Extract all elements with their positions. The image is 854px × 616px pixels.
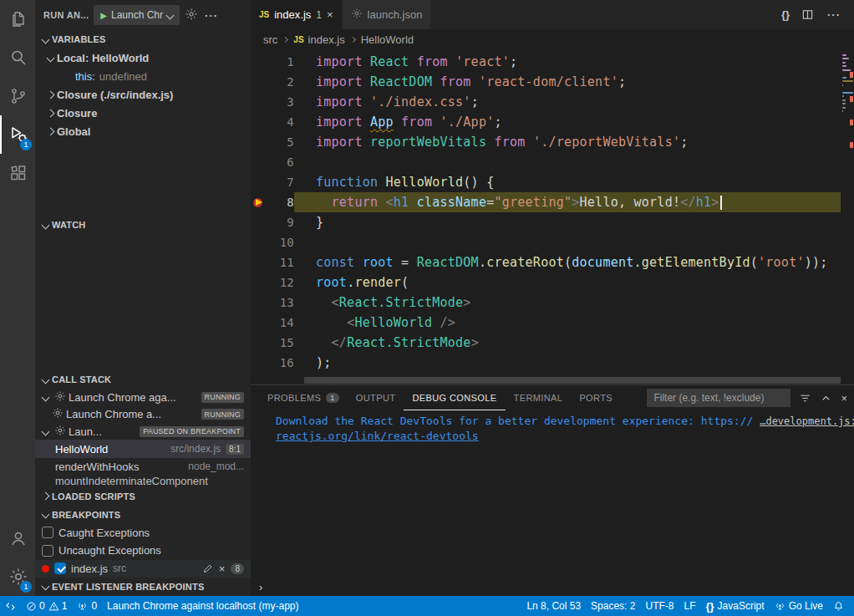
horizontal-scrollbar[interactable] xyxy=(251,376,854,384)
variables-scope-local[interactable]: Local: HelloWorld xyxy=(35,48,251,67)
search-icon[interactable] xyxy=(0,38,35,77)
braces-action-icon[interactable]: {} xyxy=(781,8,790,21)
code-line[interactable]: 14 <HelloWorld /> xyxy=(251,313,841,333)
checkbox-unchecked[interactable] xyxy=(42,527,53,538)
breakpoint-gutter[interactable] xyxy=(251,152,267,172)
breakpoint-gutter[interactable] xyxy=(251,72,267,92)
code-line[interactable]: 2import ReactDOM from 'react-dom/client'… xyxy=(251,72,841,92)
debug-current-line-arrow-icon[interactable] xyxy=(251,192,267,212)
watch-section-header[interactable]: WATCH xyxy=(35,216,251,234)
breakpoint-gutter[interactable] xyxy=(251,212,267,232)
breakpoint-gutter[interactable] xyxy=(251,313,267,333)
code-line[interactable]: 6 xyxy=(251,152,841,172)
notifications-bell[interactable] xyxy=(828,596,849,616)
close-tab-icon[interactable]: × xyxy=(327,8,333,21)
checkbox-checked[interactable] xyxy=(54,563,66,574)
code-line[interactable]: 11const root = ReactDOM.createRoot(docum… xyxy=(251,252,841,272)
variables-scope-closure-local[interactable]: Closure (./src/index.js) xyxy=(35,85,251,104)
breakpoint-gutter[interactable] xyxy=(251,252,267,272)
console-filter-input[interactable] xyxy=(647,389,790,407)
breakpoint-gutter[interactable] xyxy=(251,172,267,192)
variables-section-header[interactable]: VARIABLES xyxy=(35,30,251,48)
split-editor-icon[interactable] xyxy=(801,8,814,21)
language-mode[interactable]: {} JavaScript xyxy=(700,596,769,616)
settings-gear-icon[interactable]: 1 xyxy=(0,557,35,596)
breakpoint-gutter[interactable] xyxy=(251,272,267,293)
tab-terminal[interactable]: TERMINAL xyxy=(506,385,572,410)
code-line[interactable]: 16); xyxy=(251,353,841,373)
checkbox-unchecked[interactable] xyxy=(42,545,53,557)
launch-config-dropdown[interactable]: ▶ Launch Chr xyxy=(94,5,180,25)
loaded-scripts-section-header[interactable]: LOADED SCRIPTS xyxy=(35,487,251,506)
breakpoint-gutter[interactable] xyxy=(251,112,267,132)
breakpoint-uncaught-exceptions[interactable]: Uncaught Exceptions xyxy=(35,542,251,559)
edit-breakpoint-pencil-icon[interactable] xyxy=(202,563,213,574)
tab-index-js[interactable]: JS index.js 1 × xyxy=(251,0,343,29)
maximize-panel-chevron-up-icon[interactable] xyxy=(820,392,832,405)
breakpoint-gutter[interactable] xyxy=(251,232,267,252)
breadcrumb-file[interactable]: index.js xyxy=(308,33,345,46)
event-listener-breakpoints-section-header[interactable]: EVENT LISTENER BREAKPOINTS xyxy=(35,578,251,596)
go-live-button[interactable]: Go Live xyxy=(770,596,828,616)
extensions-icon[interactable] xyxy=(0,154,35,192)
code-line[interactable]: 3import './index.css'; xyxy=(251,92,841,112)
breakpoint-gutter[interactable] xyxy=(251,52,267,72)
source-control-icon[interactable] xyxy=(0,77,35,115)
close-panel-icon[interactable]: × xyxy=(841,392,847,405)
call-stack-section-header[interactable]: CALL STACK xyxy=(35,370,251,389)
tab-debug-console[interactable]: DEBUG CONSOLE xyxy=(404,385,505,410)
code-line[interactable]: 15 </React.StrictMode> xyxy=(251,333,841,353)
breakpoint-gutter[interactable] xyxy=(251,132,267,152)
stack-frame-row[interactable]: mountIndeterminateComponent xyxy=(35,476,251,487)
account-icon[interactable] xyxy=(0,519,35,557)
remote-indicator[interactable] xyxy=(0,596,21,616)
code-editor[interactable]: 1import React from 'react';2import React… xyxy=(251,50,854,384)
code-line[interactable]: 10 xyxy=(251,232,841,252)
code-line[interactable]: 7function HelloWorld() { xyxy=(251,172,841,192)
stack-frame-row[interactable]: HelloWorld src/index.js 8:1 xyxy=(35,440,251,457)
variables-scope-closure[interactable]: Closure xyxy=(35,104,251,122)
remove-breakpoint-icon[interactable]: × xyxy=(219,563,226,575)
scrollbar-thumb[interactable] xyxy=(304,377,841,384)
variables-scope-global[interactable]: Global xyxy=(35,122,251,140)
breadcrumb-symbol[interactable]: HelloWorld xyxy=(361,33,414,46)
start-debugging-icon[interactable]: ▶ xyxy=(100,11,107,20)
configure-launch-gear-icon[interactable] xyxy=(185,8,198,23)
breakpoint-gutter[interactable] xyxy=(251,293,267,313)
tab-ports[interactable]: PORTS xyxy=(571,385,621,410)
tab-launch-json[interactable]: launch.json xyxy=(343,0,432,29)
ports-status[interactable]: 0 xyxy=(72,596,102,616)
editor-more-actions-icon[interactable]: ··· xyxy=(826,8,842,21)
views-more-actions-icon[interactable]: ··· xyxy=(203,9,220,22)
code-line[interactable]: 1import React from 'react'; xyxy=(251,52,841,72)
breakpoint-file-row[interactable]: index.js src × 8 xyxy=(35,560,251,578)
problems-status[interactable]: 0 1 xyxy=(21,596,72,616)
breakpoint-caught-exceptions[interactable]: Caught Exceptions xyxy=(35,524,251,542)
code-line[interactable]: 4import App from './App'; xyxy=(251,112,841,132)
breakpoint-gutter[interactable] xyxy=(251,333,267,353)
eol-sequence[interactable]: LF xyxy=(679,596,700,616)
cursor-position[interactable]: Ln 8, Col 53 xyxy=(521,596,586,616)
code-line[interactable]: 9} xyxy=(251,212,841,232)
breadcrumb-folder[interactable]: src xyxy=(263,33,277,46)
tab-problems[interactable]: PROBLEMS 1 xyxy=(259,385,348,410)
code-line[interactable]: 8 return <h1 className="greeting">Hello,… xyxy=(251,192,841,212)
encoding[interactable]: UTF-8 xyxy=(640,596,679,616)
breakpoint-gutter[interactable] xyxy=(251,353,267,373)
stack-frame-row[interactable]: renderWithHooks node_mod... xyxy=(35,458,251,476)
debug-session-status[interactable]: Launch Chrome against localhost (my-app) xyxy=(102,596,303,616)
code-line[interactable]: 5import reportWebVitals from './reportWe… xyxy=(251,132,841,152)
debug-session-row[interactable]: Laun... PAUSED ON BREAKPOINT xyxy=(35,423,251,440)
console-link[interactable]: reactjs.org/link/react-devtools xyxy=(276,430,846,445)
code-line[interactable]: 12root.render( xyxy=(251,272,841,293)
variable-this[interactable]: this: undefined xyxy=(35,67,251,85)
indentation[interactable]: Spaces: 2 xyxy=(586,596,640,616)
run-and-debug-icon[interactable]: 1 xyxy=(0,115,35,154)
breakpoints-section-header[interactable]: BREAKPOINTS xyxy=(35,506,251,524)
code-line[interactable]: 13 <React.StrictMode> xyxy=(251,293,841,313)
breakpoint-gutter[interactable] xyxy=(251,92,267,112)
tab-output[interactable]: OUTPUT xyxy=(348,385,404,410)
debug-console-input[interactable]: › xyxy=(251,578,854,596)
debug-session-row[interactable]: Launch Chrome a... RUNNING xyxy=(35,405,251,422)
console-source-link[interactable]: …development.js:29840 xyxy=(760,415,854,427)
